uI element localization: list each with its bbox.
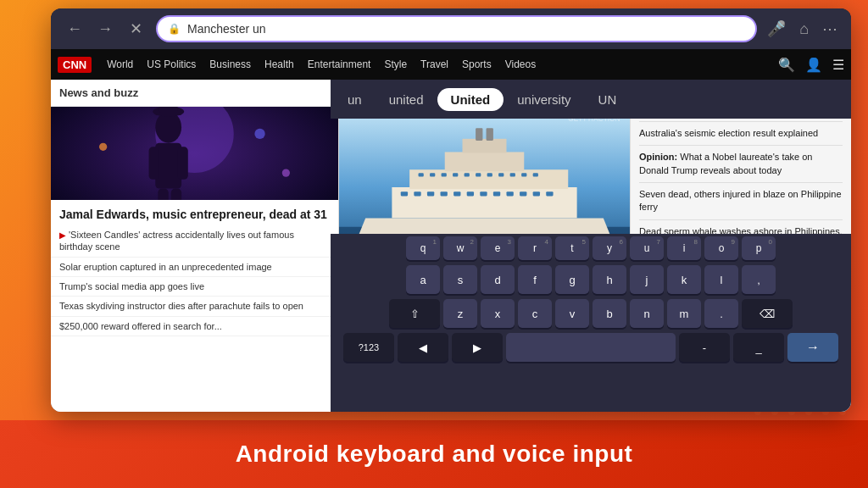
keyboard-row-3: ⇧ z x c v b n m . ⌫ xyxy=(331,297,851,330)
sub-article-3[interactable]: Texas skydiving instructor dies after pa… xyxy=(51,297,338,316)
svg-point-48 xyxy=(282,169,290,176)
content-area: News and buzz xyxy=(51,80,851,412)
nav-world[interactable]: World xyxy=(100,58,140,70)
key-left-arrow[interactable]: ◀ xyxy=(398,333,448,362)
key-b[interactable]: b xyxy=(593,299,626,328)
key-c[interactable]: c xyxy=(518,299,552,328)
key-d[interactable]: d xyxy=(481,265,515,294)
key-k[interactable]: k xyxy=(667,265,701,294)
key-n[interactable]: n xyxy=(630,299,664,328)
keyboard-row-2: a s d f g h j k l , xyxy=(331,263,851,297)
bottom-banner-text: Android keyboard and voice input xyxy=(236,441,633,468)
autocomplete-united-lower[interactable]: united xyxy=(376,87,437,112)
mic-button[interactable]: 🎤 xyxy=(767,19,786,38)
key-l[interactable]: l xyxy=(704,265,738,294)
nav-health[interactable]: Health xyxy=(258,58,301,70)
sidebar-article-3[interactable]: Seven dead, others injured in blaze on P… xyxy=(639,183,843,220)
nav-videos[interactable]: Videos xyxy=(498,58,542,70)
sub-article-2[interactable]: Trump's social media app goes live xyxy=(51,277,338,297)
svg-rect-65 xyxy=(409,169,568,189)
key-space[interactable] xyxy=(506,333,676,362)
news-buzz-title: News and buzz xyxy=(51,80,338,107)
key-comma[interactable]: , xyxy=(742,265,776,294)
autocomplete-un-caps[interactable]: UN xyxy=(585,87,631,112)
key-2[interactable]: w2 xyxy=(443,236,477,260)
key-4[interactable]: r4 xyxy=(518,236,552,260)
cnn-logo[interactable]: CNN xyxy=(58,57,92,73)
svg-rect-55 xyxy=(427,191,434,196)
key-x[interactable]: x xyxy=(481,299,515,328)
key-1[interactable]: q1 xyxy=(406,236,440,260)
lock-icon: 🔒 xyxy=(168,23,181,35)
svg-rect-74 xyxy=(510,173,515,176)
key-0[interactable]: p0 xyxy=(742,236,776,260)
key-h[interactable]: h xyxy=(593,265,626,294)
key-3[interactable]: e3 xyxy=(481,236,515,260)
more-button[interactable]: ⋯ xyxy=(822,19,837,38)
key-v[interactable]: v xyxy=(555,299,589,328)
nav-travel[interactable]: Travel xyxy=(414,58,455,70)
key-j[interactable]: j xyxy=(630,265,664,294)
svg-rect-73 xyxy=(498,173,504,176)
cnn-account-icon[interactable]: 👤 xyxy=(805,57,822,73)
main-headline[interactable]: Jamal Edwards, music entrepreneur, dead … xyxy=(51,200,338,225)
nav-sports[interactable]: Sports xyxy=(455,58,498,70)
sidebar-article-2[interactable]: Opinion: What a Nobel laureate's take on… xyxy=(639,146,843,183)
key-underscore[interactable]: _ xyxy=(733,333,784,362)
key-dash[interactable]: - xyxy=(679,333,730,362)
key-s[interactable]: s xyxy=(443,265,477,294)
key-7[interactable]: u7 xyxy=(630,236,664,260)
autocomplete-university[interactable]: university xyxy=(504,87,584,112)
svg-rect-76 xyxy=(533,173,538,176)
cnn-search-icon[interactable]: 🔍 xyxy=(778,57,795,73)
key-z[interactable]: z xyxy=(443,299,477,328)
key-period[interactable]: . xyxy=(704,299,738,328)
sidebar-article-1[interactable]: Australia's seismic election result expl… xyxy=(639,122,843,146)
forward-button[interactable]: → xyxy=(95,20,115,38)
autocomplete-un[interactable]: un xyxy=(334,87,376,112)
close-button[interactable]: ✕ xyxy=(125,19,146,38)
key-num-toggle[interactable]: ?123 xyxy=(343,333,394,362)
address-bar[interactable]: 🔒 Manchester un xyxy=(156,15,757,42)
nav-style[interactable]: Style xyxy=(377,58,414,70)
bottom-banner: Android keyboard and voice input xyxy=(0,420,868,488)
key-g[interactable]: g xyxy=(555,265,589,294)
sub-article-1[interactable]: Solar eruption captured in an unpreceden… xyxy=(51,258,338,277)
autocomplete-united[interactable]: United xyxy=(437,88,504,111)
svg-rect-77 xyxy=(445,152,525,171)
cnn-nav-right: 🔍 👤 ☰ xyxy=(778,57,844,73)
key-9[interactable]: o9 xyxy=(704,236,738,260)
key-6[interactable]: y6 xyxy=(593,236,626,260)
svg-rect-60 xyxy=(493,191,500,196)
article-icon: ▶ xyxy=(59,230,66,240)
key-shift[interactable]: ⇧ xyxy=(389,299,440,328)
key-enter[interactable]: → xyxy=(787,333,838,362)
nav-uspolitics[interactable]: US Politics xyxy=(140,58,203,70)
article-hero-image: GETTY xyxy=(51,107,338,200)
svg-rect-61 xyxy=(506,191,513,196)
address-text: Manchester un xyxy=(187,22,745,36)
home-button[interactable]: ⌂ xyxy=(799,20,809,38)
nav-business[interactable]: Business xyxy=(203,58,258,70)
key-right-arrow[interactable]: ▶ xyxy=(452,333,503,362)
keyboard-row-4: ?123 ◀ ▶ - _ → xyxy=(331,330,851,364)
key-m[interactable]: m xyxy=(667,299,701,328)
svg-rect-64 xyxy=(546,191,553,196)
svg-rect-56 xyxy=(441,191,448,196)
sub-article-0[interactable]: ▶'Sixteen Candles' actress accidentally … xyxy=(51,225,338,258)
cnn-menu-icon[interactable]: ☰ xyxy=(832,57,844,73)
svg-rect-62 xyxy=(520,191,526,196)
key-a[interactable]: a xyxy=(406,265,440,294)
svg-point-47 xyxy=(254,129,264,139)
svg-point-46 xyxy=(99,143,107,151)
svg-rect-45 xyxy=(159,107,178,113)
svg-rect-66 xyxy=(419,173,424,176)
key-8[interactable]: i8 xyxy=(667,236,701,260)
nav-entertainment[interactable]: Entertainment xyxy=(301,58,378,70)
key-f[interactable]: f xyxy=(518,265,552,294)
sub-article-4[interactable]: $250,000 reward offered in search for... xyxy=(51,317,338,336)
key-backspace[interactable]: ⌫ xyxy=(742,299,793,328)
browser-chrome: ← → ✕ 🔒 Manchester un 🎤 ⌂ ⋯ xyxy=(51,8,851,49)
key-5[interactable]: t5 xyxy=(555,236,589,260)
back-button[interactable]: ← xyxy=(64,20,85,38)
